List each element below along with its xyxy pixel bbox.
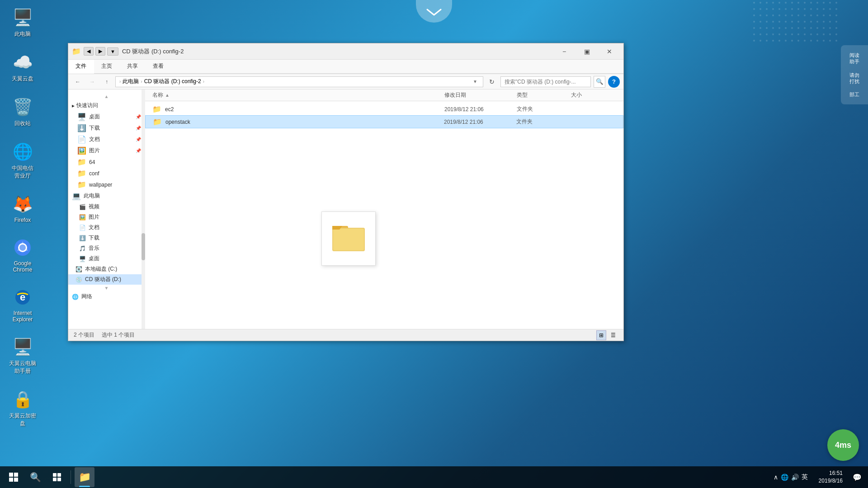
sidebar-drive-music[interactable]: 🎵 音乐	[68, 243, 145, 253]
desktop-icon-this-pc[interactable]: 🖥️ 此电脑	[5, 5, 41, 40]
sidebar-item-wallpaper[interactable]: 📁 wallpaper	[68, 179, 145, 190]
top-chevron[interactable]	[416, 0, 452, 23]
systray-volume[interactable]: 🔊	[791, 474, 799, 481]
close-button[interactable]: ✕	[599, 45, 620, 58]
svg-rect-14	[53, 473, 57, 477]
col-header-size[interactable]: 大小	[571, 91, 616, 99]
ribbon-tab-home[interactable]: 主页	[94, 60, 120, 73]
title-tab-2[interactable]: ▶	[95, 47, 105, 56]
clock-date: 2019/8/16	[819, 477, 843, 485]
path-cd-drive[interactable]: CD 驱动器 (D:) config-2	[144, 78, 201, 85]
sidebar-drive-documents[interactable]: 📄 文档	[68, 222, 145, 233]
sidebar-quick-access[interactable]: ▸ 快速访问	[68, 100, 145, 111]
title-tab-1[interactable]: ◀	[84, 47, 94, 56]
sidebar-item-pictures[interactable]: 🖼️ 图片 📌	[68, 145, 145, 156]
task-view-button[interactable]	[47, 467, 67, 487]
sidebar-item-downloads[interactable]: ⬇️ 下载 📌	[68, 122, 145, 134]
sidebar-scrollbar[interactable]	[142, 89, 145, 329]
sidebar-this-pc[interactable]: 💻 此电脑	[68, 190, 145, 202]
timer-badge: 4ms	[827, 429, 859, 461]
start-button[interactable]	[4, 467, 24, 487]
sidebar-item-desktop[interactable]: 🖥️ 桌面 📌	[68, 111, 145, 122]
back-button[interactable]: ←	[72, 76, 84, 88]
col-header-date[interactable]: 修改日期	[444, 91, 517, 99]
help-button[interactable]: ?	[608, 76, 620, 88]
sidebar-drive-desktop[interactable]: 🖥️ 桌面	[68, 253, 145, 264]
taskbar-file-explorer[interactable]: 📁	[75, 467, 94, 487]
sidebar-network[interactable]: 🌐 网络	[68, 291, 145, 302]
search-taskbar-button[interactable]: 🔍	[25, 467, 45, 487]
this-pc-label: 此电脑	[14, 30, 31, 38]
scroll-up[interactable]: ▲	[68, 93, 145, 100]
col-header-type[interactable]: 类型	[517, 91, 571, 99]
sidebar-item-documents[interactable]: 📄 文档 📌	[68, 134, 145, 145]
systray-network[interactable]: 🌐	[781, 474, 788, 481]
path-dropdown-arrow[interactable]: ▼	[473, 79, 477, 84]
desktop-icon-tianyi-helper[interactable]: 🖥️ 天翼云电脑 助手册	[5, 334, 41, 377]
content-scroll[interactable]: 名称 ▲ 修改日期 类型 大小	[145, 89, 623, 329]
ie-icon: e	[12, 286, 33, 308]
firefox-label: Firefox	[14, 217, 31, 223]
forward-button[interactable]: →	[86, 76, 98, 88]
svg-rect-17	[57, 478, 61, 481]
address-path[interactable]: › 此电脑 › CD 驱动器 (D:) config-2 › ▼	[115, 76, 483, 87]
explorer-main: ▲ ▸ 快速访问 🖥️ 桌面 📌 ⬇️ 下载 📌	[68, 89, 623, 329]
pictures2-icon: 🖼️	[79, 214, 86, 221]
recycle-bin-label: 回收站	[14, 120, 31, 127]
sidebar-conf-label: conf	[89, 170, 99, 177]
right-side-panel: 阅读 助手 请勿 打扰 部工	[841, 45, 868, 104]
right-panel-dnd[interactable]: 请勿 打扰	[843, 70, 866, 87]
right-panel-dept[interactable]: 部工	[843, 89, 866, 100]
scroll-down[interactable]: ▼	[68, 285, 145, 291]
desktop-icon-recycle-bin[interactable]: 🗑️ 回收站	[5, 94, 41, 130]
ec2-name: ec2	[165, 106, 444, 113]
desktop-icon-google-chrome[interactable]: Google Chrome	[5, 235, 41, 275]
sidebar-item-conf[interactable]: 📁 conf	[68, 168, 145, 179]
minimize-button[interactable]: −	[554, 45, 575, 58]
pin-icon-pictures: 📌	[136, 148, 141, 153]
list-view-button[interactable]: ☰	[608, 330, 618, 340]
notification-button[interactable]: 💬	[850, 467, 864, 487]
restore-button[interactable]: ▣	[576, 45, 597, 58]
desktop-icon-firefox[interactable]: 🦊 Firefox	[5, 191, 41, 225]
downloads-icon: ⬇️	[77, 124, 86, 132]
ribbon-tab-view[interactable]: 查看	[146, 60, 171, 73]
path-this-pc[interactable]: 此电脑	[123, 78, 139, 85]
this-pc-icon: 🖥️	[12, 7, 33, 28]
taskbar-clock[interactable]: 16:51 2019/8/16	[815, 469, 846, 485]
title-tab-dropdown[interactable]: ▼	[107, 47, 118, 56]
ribbon-tabs: 文件 主页 共享 查看	[68, 60, 623, 74]
col-header-name[interactable]: 名称 ▲	[152, 91, 444, 99]
refresh-button[interactable]: ↻	[486, 76, 498, 88]
grid-view-button[interactable]: ⊞	[596, 330, 606, 340]
ribbon-tab-file[interactable]: 文件	[68, 60, 94, 74]
desktop-icon-china-telecom[interactable]: 🌐 中国电信 营业厅	[5, 139, 41, 182]
sidebar-drive-videos[interactable]: 🎬 视频	[68, 202, 145, 212]
systray-lang[interactable]: 英	[802, 473, 808, 481]
content-area: 名称 ▲ 修改日期 类型 大小	[145, 89, 623, 329]
right-panel-read-helper[interactable]: 阅读 助手	[843, 50, 866, 67]
file-item-openstack[interactable]: 📁 openstack 2019/8/12 21:06 文件夹	[145, 115, 623, 128]
network-icon: 🌐	[72, 294, 79, 300]
music-label: 音乐	[89, 244, 99, 252]
up-button[interactable]: ↑	[101, 76, 113, 88]
ribbon-tab-share[interactable]: 共享	[120, 60, 146, 73]
file-item-ec2[interactable]: 📁 ec2 2019/8/12 21:06 文件夹	[145, 103, 623, 115]
status-bar-right: ⊞ ☰	[596, 330, 618, 340]
desktop-folder-icon: 🖥️	[77, 113, 86, 121]
search-input[interactable]	[505, 79, 580, 85]
sidebar-item-64[interactable]: 📁 64	[68, 156, 145, 168]
search-box[interactable]	[500, 76, 591, 87]
desktop-icon-tianyi-secret[interactable]: 🔒 天翼云加密盘	[5, 386, 41, 430]
sidebar-drive-d[interactable]: 💿 CD 驱动器 (D:)	[68, 274, 145, 285]
folder-thumbnail-icon	[330, 217, 367, 260]
sidebar-drive-downloads[interactable]: ⬇️ 下载	[68, 233, 145, 243]
desktop-icon-tianyi-cloud[interactable]: ☁️ 天翼云盘	[5, 49, 41, 85]
systray-expand[interactable]: ∧	[774, 474, 778, 481]
openstack-type: 文件夹	[516, 118, 571, 126]
desktop-icon-ie[interactable]: e Internet Explorer	[5, 284, 41, 325]
sidebar-drive-c[interactable]: 💽 本地磁盘 (C:)	[68, 264, 145, 274]
search-button[interactable]: 🔍	[594, 76, 605, 88]
explorer-window: 📁 ◀ ▶ ▼ CD 驱动器 (D:) config-2 − ▣ ✕ 文件 主页…	[68, 43, 624, 341]
sidebar-drive-pictures[interactable]: 🖼️ 图片	[68, 212, 145, 222]
